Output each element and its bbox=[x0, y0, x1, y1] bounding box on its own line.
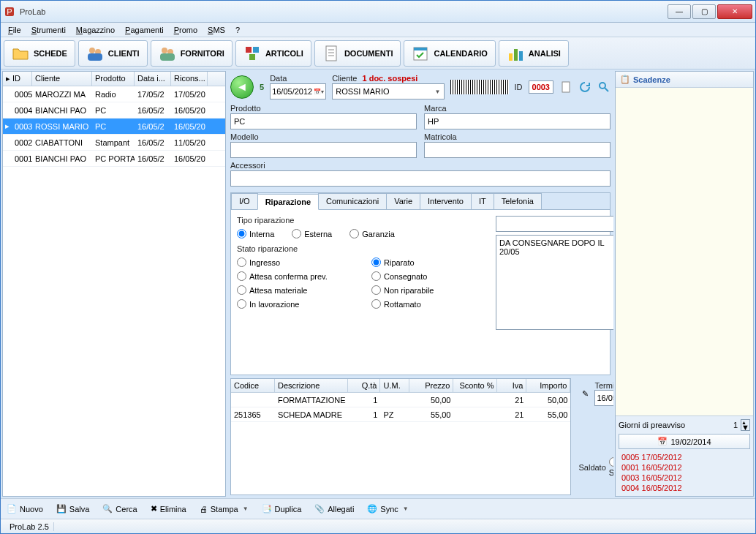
note-box[interactable]: DA CONSEGNARE DOPO IL 20/05 bbox=[496, 235, 613, 330]
menu-sms[interactable]: SMS bbox=[203, 24, 230, 36]
people-icon bbox=[86, 45, 104, 62]
prodotto-input[interactable] bbox=[230, 113, 417, 129]
new-doc-icon[interactable] bbox=[559, 80, 572, 94]
preavviso-value[interactable]: 1 bbox=[733, 421, 738, 429]
maximize-button[interactable]: ▢ bbox=[692, 4, 716, 19]
item-row[interactable]: 251365SCHEDA MADRE1PZ55,002155,00 bbox=[231, 407, 570, 422]
minimize-button[interactable]: — bbox=[668, 4, 691, 19]
stato-ingresso[interactable]: Ingresso bbox=[237, 257, 354, 267]
tipo-extra-input[interactable] bbox=[496, 216, 613, 232]
tipo-esterna[interactable]: Esterna bbox=[292, 229, 332, 238]
toolbar-fornitori[interactable]: FORNITORI bbox=[151, 40, 233, 67]
overdue-list: 0005 17/05/20120001 16/05/20120003 16/05… bbox=[619, 452, 750, 493]
toolbar-clienti[interactable]: CLIENTI bbox=[78, 40, 148, 67]
overdue-item[interactable]: 0001 16/05/2012 bbox=[619, 462, 750, 473]
termine-date[interactable]: 16/05/2012📅▾ bbox=[594, 390, 613, 406]
menu-file[interactable]: File bbox=[4, 24, 26, 36]
list-row[interactable]: 0004BIANCHI PAOPC16/05/216/05/20 bbox=[3, 102, 225, 119]
overdue-item[interactable]: 0004 16/05/2012 bbox=[619, 483, 750, 493]
folder-icon bbox=[12, 45, 29, 62]
col-qta[interactable]: Q.tà bbox=[348, 379, 380, 392]
tab-it[interactable]: IT bbox=[471, 193, 494, 209]
list-row[interactable]: 0002CIABATTONIStampant16/05/211/05/20 bbox=[3, 135, 225, 151]
item-row[interactable]: FORMATTAZIONE150,002150,00 bbox=[231, 393, 570, 407]
close-button[interactable]: ✕ bbox=[717, 4, 752, 19]
menu-magazzino[interactable]: Magazzino bbox=[72, 24, 119, 36]
action-duplica[interactable]: 📑Duplica bbox=[262, 504, 302, 514]
list-row[interactable]: 0001BIANCHI PAOPC PORTA16/05/216/05/20 bbox=[3, 151, 225, 167]
tab-riparazione[interactable]: Riparazione bbox=[257, 194, 319, 210]
search-icon[interactable] bbox=[597, 80, 611, 94]
marca-label: Marca bbox=[424, 104, 611, 113]
toolbar-documenti[interactable]: DOCUMENTI bbox=[314, 40, 401, 67]
action-cerca[interactable]: 🔍Cerca bbox=[102, 504, 137, 514]
stato-riparato[interactable]: Riparato bbox=[371, 257, 488, 267]
action-nuovo[interactable]: 📄Nuovo bbox=[7, 504, 43, 514]
statusbar: ProLab 2.5 bbox=[1, 519, 755, 533]
scadenze-date-button[interactable]: 📅19/02/2014 bbox=[619, 434, 750, 449]
menu-promo[interactable]: Promo bbox=[170, 24, 202, 36]
action-salva[interactable]: 💾Salva bbox=[56, 504, 90, 514]
items-header: Codice Descrizione Q.tà U.M. Prezzo Scon… bbox=[231, 379, 570, 393]
tab-comunicazioni[interactable]: Comunicazioni bbox=[318, 193, 387, 209]
sync-icon: 🌐 bbox=[367, 504, 377, 514]
stato-rottamato[interactable]: Rottamato bbox=[371, 299, 488, 309]
matricola-input[interactable] bbox=[424, 142, 611, 158]
col-prodotto[interactable]: Prodotto bbox=[92, 72, 135, 86]
overdue-item[interactable]: 0003 16/05/2012 bbox=[619, 473, 750, 483]
marca-input[interactable] bbox=[424, 113, 611, 129]
col-sconto[interactable]: Sconto % bbox=[453, 379, 497, 392]
preventivo-label: Preventivo bbox=[578, 411, 613, 420]
col-um[interactable]: U.M. bbox=[380, 379, 409, 392]
action-allegati[interactable]: 📎Allegati bbox=[314, 504, 354, 514]
svg-line-22 bbox=[605, 88, 608, 91]
stato-attesa-conferma-prev.[interactable]: Attesa conferma prev. bbox=[237, 271, 354, 281]
stato-consegnato[interactable]: Consegnato bbox=[371, 271, 488, 281]
col-data-in[interactable]: Data i... bbox=[135, 72, 171, 86]
col-descrizione[interactable]: Descrizione bbox=[275, 379, 348, 392]
menu-help[interactable]: ? bbox=[231, 24, 244, 36]
toolbar-analisi[interactable]: ANALISI bbox=[499, 40, 569, 67]
tab-intervento[interactable]: Intervento bbox=[420, 193, 472, 209]
accessori-input[interactable] bbox=[230, 170, 611, 187]
col-ricons[interactable]: Ricons... bbox=[171, 72, 208, 86]
menu-strumenti[interactable]: Strumenti bbox=[27, 24, 70, 36]
list-row[interactable]: ▸0003ROSSI MARIOPC16/05/216/05/20 bbox=[3, 119, 225, 135]
toolbar-articoli[interactable]: ARTICOLI bbox=[235, 40, 311, 67]
col-id[interactable]: ▸ ID bbox=[3, 72, 32, 86]
saldato-si[interactable]: Si bbox=[609, 457, 613, 477]
col-importo[interactable]: Importo bbox=[526, 379, 570, 392]
stato-attesa-materiale[interactable]: Attesa materiale bbox=[237, 285, 354, 295]
menu-pagamenti[interactable]: Pagamenti bbox=[121, 24, 168, 36]
action-elimina[interactable]: ✖Elimina bbox=[151, 504, 186, 514]
data-input[interactable]: 16/05/2012📅▾ bbox=[270, 83, 326, 99]
stato-non-riparabile[interactable]: Non riparabile bbox=[371, 285, 488, 295]
tab-i/o[interactable]: I/O bbox=[231, 193, 258, 209]
iva-label: Iva bbox=[578, 443, 613, 452]
tab-telefonia[interactable]: Telefonia bbox=[494, 193, 542, 209]
tab-varie[interactable]: Varie bbox=[386, 193, 420, 209]
cliente-select[interactable]: ROSSI MARIO▼ bbox=[332, 83, 444, 99]
overdue-item[interactable]: 0005 17/05/2012 bbox=[619, 452, 750, 462]
back-button[interactable]: ◄ bbox=[230, 75, 254, 99]
tipo-garanzia[interactable]: Garanzia bbox=[349, 229, 395, 238]
action-sync[interactable]: 🌐Sync▼ bbox=[367, 504, 408, 514]
svg-rect-4 bbox=[88, 53, 102, 61]
chevron-down-icon: ▼ bbox=[435, 89, 441, 95]
refresh-icon[interactable] bbox=[578, 80, 591, 94]
spinner-icon[interactable]: ▲▼ bbox=[741, 419, 750, 431]
list-row[interactable]: 0005MAROZZI MARadio17/05/217/05/20 bbox=[3, 86, 225, 102]
items-totals-row: Codice Descrizione Q.tà U.M. Prezzo Scon… bbox=[230, 378, 611, 495]
modello-input[interactable] bbox=[230, 142, 417, 158]
toolbar-schede[interactable]: SCHEDE bbox=[4, 40, 75, 67]
col-iva[interactable]: Iva bbox=[497, 379, 526, 392]
tipo-interna[interactable]: Interna bbox=[237, 229, 274, 238]
toolbar-calendario[interactable]: CALENDARIO bbox=[404, 40, 495, 67]
scadenze-footer: Giorni di preavviso 1 ▲▼ 📅19/02/2014 000… bbox=[616, 415, 753, 496]
action-stampa[interactable]: 🖨Stampa▼ bbox=[200, 505, 249, 514]
edit-dates-icon[interactable]: ✎ bbox=[578, 387, 591, 400]
stato-in-lavorazione[interactable]: In lavorazione bbox=[237, 299, 354, 309]
col-cliente[interactable]: Cliente bbox=[32, 72, 92, 86]
col-prezzo[interactable]: Prezzo bbox=[409, 379, 453, 392]
col-codice[interactable]: Codice bbox=[231, 379, 275, 392]
